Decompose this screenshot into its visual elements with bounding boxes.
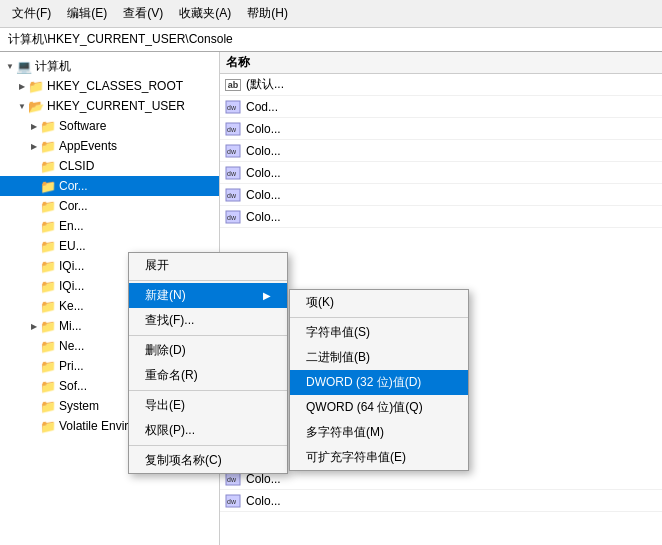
expand-arrow-computer: ▼	[4, 62, 16, 71]
sub-item-key[interactable]: 项(K)	[290, 290, 468, 315]
folder-icon-hkcu: 📂	[28, 99, 44, 113]
svg-text:dw: dw	[227, 104, 237, 111]
tree-label-sof: Sof...	[59, 379, 87, 393]
folder-icon-mic: 📁	[40, 319, 56, 333]
right-row-default[interactable]: ab (默认...	[220, 74, 662, 96]
tree-label-clsid: CLSID	[59, 159, 94, 173]
ctx-sep1	[129, 280, 287, 281]
ctx-find[interactable]: 查找(F)...	[129, 308, 287, 333]
tree-label-pri: Pri...	[59, 359, 84, 373]
folder-icon-eu: 📁	[40, 239, 56, 253]
right-row-colo7[interactable]: dw Colo...	[220, 490, 662, 512]
icon-dword-colo1: dw	[224, 121, 242, 137]
folder-icon-sof: 📁	[40, 379, 56, 393]
ctx-copy-label: 复制项名称(C)	[145, 452, 222, 469]
sub-item-string[interactable]: 字符串值(S)	[290, 320, 468, 345]
row-label-colo5: Colo...	[246, 210, 281, 224]
folder-icon-ke: 📁	[40, 299, 56, 313]
folder-icon-co2: 📁	[40, 199, 56, 213]
menu-help[interactable]: 帮助(H)	[241, 3, 294, 24]
ctx-expand-label: 展开	[145, 257, 169, 274]
tree-label-system: System	[59, 399, 99, 413]
tree-item-appevents[interactable]: ▶ 📁 AppEvents	[0, 136, 219, 156]
tree-item-hkcr[interactable]: ▶ 📁 HKEY_CLASSES_ROOT	[0, 76, 219, 96]
tree-label-iqi2: IQi...	[59, 279, 84, 293]
icon-dword-colo7: dw	[224, 493, 242, 509]
tree-label-computer: 计算机	[35, 58, 71, 75]
ctx-export-label: 导出(E)	[145, 397, 185, 414]
icon-dword-colo3: dw	[224, 165, 242, 181]
ctx-delete[interactable]: 删除(D)	[129, 338, 287, 363]
sub-string-label: 字符串值(S)	[306, 325, 370, 339]
svg-text:dw: dw	[227, 148, 237, 155]
tree-label-hkcr: HKEY_CLASSES_ROOT	[47, 79, 183, 93]
sub-dword-label: DWORD (32 位)值(D)	[306, 375, 421, 389]
sub-item-binary[interactable]: 二进制值(B)	[290, 345, 468, 370]
folder-icon-software: 📁	[40, 119, 56, 133]
row-label-default: (默认...	[246, 76, 284, 93]
sub-item-dword[interactable]: DWORD (32 位)值(D)	[290, 370, 468, 395]
tree-item-co2[interactable]: ▶ 📁 Cor...	[0, 196, 219, 216]
tree-label-console: Cor...	[59, 179, 88, 193]
tree-item-hkcu[interactable]: ▼ 📂 HKEY_CURRENT_USER	[0, 96, 219, 116]
sub-item-multistring[interactable]: 多字符串值(M)	[290, 420, 468, 445]
menu-bar: 文件(F) 编辑(E) 查看(V) 收藏夹(A) 帮助(H)	[0, 0, 662, 28]
ctx-new-arrow: ▶	[263, 290, 271, 301]
row-label-colo1: Colo...	[246, 122, 281, 136]
sub-sep1	[290, 317, 468, 318]
ctx-new[interactable]: 新建(N) ▶	[129, 283, 287, 308]
ab-badge: ab	[225, 79, 242, 91]
sub-item-qword[interactable]: QWORD (64 位)值(Q)	[290, 395, 468, 420]
row-label-colo3: Colo...	[246, 166, 281, 180]
sub-item-expandstring[interactable]: 可扩充字符串值(E)	[290, 445, 468, 470]
right-row-cod[interactable]: dw Cod...	[220, 96, 662, 118]
right-row-colo1[interactable]: dw Colo...	[220, 118, 662, 140]
folder-icon-iqi1: 📁	[40, 259, 56, 273]
right-panel-header: 名称	[220, 52, 662, 74]
sub-expandstring-label: 可扩充字符串值(E)	[306, 450, 406, 464]
svg-text:dw: dw	[227, 192, 237, 199]
ctx-sep4	[129, 445, 287, 446]
tree-label-eu: EU...	[59, 239, 86, 253]
right-row-colo2[interactable]: dw Colo...	[220, 140, 662, 162]
folder-icon-system: 📁	[40, 399, 56, 413]
tree-item-clsid[interactable]: ▶ 📁 CLSID	[0, 156, 219, 176]
menu-view[interactable]: 查看(V)	[117, 3, 169, 24]
ctx-rename[interactable]: 重命名(R)	[129, 363, 287, 388]
sub-qword-label: QWORD (64 位)值(Q)	[306, 400, 423, 414]
tree-label-mic: Mi...	[59, 319, 82, 333]
tree-label-software: Software	[59, 119, 106, 133]
right-row-colo3[interactable]: dw Colo...	[220, 162, 662, 184]
row-label-colo7: Colo...	[246, 494, 281, 508]
ctx-sep2	[129, 335, 287, 336]
expand-arrow-mic: ▶	[28, 322, 40, 331]
tree-item-software[interactable]: ▶ 📁 Software	[0, 116, 219, 136]
tree-item-console[interactable]: ▶ 📁 Cor...	[0, 176, 219, 196]
folder-icon-pri: 📁	[40, 359, 56, 373]
folder-icon-appevents: 📁	[40, 139, 56, 153]
main-area: ▼ 💻 计算机 ▶ 📁 HKEY_CLASSES_ROOT ▼ 📂 HKEY_C…	[0, 52, 662, 545]
tree-item-computer[interactable]: ▼ 💻 计算机	[0, 56, 219, 76]
ctx-copy[interactable]: 复制项名称(C)	[129, 448, 287, 473]
expand-arrow-hkcr: ▶	[16, 82, 28, 91]
folder-icon-hkcr: 📁	[28, 79, 44, 93]
menu-file[interactable]: 文件(F)	[6, 3, 57, 24]
menu-favorites[interactable]: 收藏夹(A)	[173, 3, 237, 24]
right-row-colo5[interactable]: dw Colo...	[220, 206, 662, 228]
tree-label-ke: Ke...	[59, 299, 84, 313]
context-menu: 展开 新建(N) ▶ 查找(F)... 删除(D) 重命名(R) 导出(E) 权…	[128, 252, 288, 474]
tree-item-en[interactable]: ▶ 📁 En...	[0, 216, 219, 236]
menu-edit[interactable]: 编辑(E)	[61, 3, 113, 24]
ctx-expand[interactable]: 展开	[129, 253, 287, 278]
ctx-export[interactable]: 导出(E)	[129, 393, 287, 418]
svg-text:dw: dw	[227, 498, 237, 505]
expand-arrow-hkcu: ▼	[16, 102, 28, 111]
right-row-colo4[interactable]: dw Colo...	[220, 184, 662, 206]
ctx-find-label: 查找(F)...	[145, 312, 194, 329]
folder-icon-ne: 📁	[40, 339, 56, 353]
ctx-permissions-label: 权限(P)...	[145, 422, 195, 439]
address-bar: 计算机\HKEY_CURRENT_USER\Console	[0, 28, 662, 52]
ctx-permissions[interactable]: 权限(P)...	[129, 418, 287, 443]
tree-label-iqi1: IQi...	[59, 259, 84, 273]
sub-multistring-label: 多字符串值(M)	[306, 425, 384, 439]
